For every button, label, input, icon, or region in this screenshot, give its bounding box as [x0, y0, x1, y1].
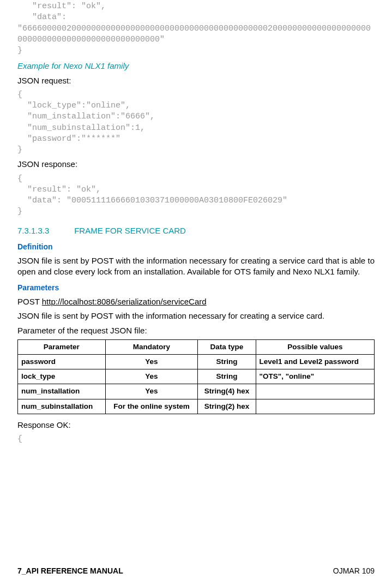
table-header-row: Parameter Mandatory Data type Possible v… [18, 339, 375, 354]
cell-mandatory: For the online system [105, 399, 198, 414]
code-block-top: "result": "ok", "data": "666600000200000… [17, 1, 375, 56]
cell-type: String(2) hex [198, 399, 256, 414]
col-mandatory: Mandatory [105, 339, 198, 354]
cell-mandatory: Yes [105, 369, 198, 384]
post-body: JSON file is sent by POST with the infor… [17, 311, 375, 321]
table-row: num_installation Yes String(4) hex [18, 384, 375, 399]
response-ok-label: Response OK: [17, 420, 375, 431]
code-block-request: { "lock_type":"online", "num_installatio… [17, 89, 375, 156]
footer-left: 7_API REFERENCE MANUAL [17, 566, 123, 576]
json-response-label: JSON response: [17, 159, 375, 170]
col-possible: Possible values [256, 339, 374, 354]
parameters-heading: Parameters [17, 283, 375, 293]
cell-mandatory: Yes [105, 384, 198, 399]
cell-possible: Level1 and Level2 password [256, 355, 374, 369]
cell-param: num_subinstallation [18, 399, 106, 414]
footer-right: OJMAR 109 [333, 566, 375, 576]
example-nexo-heading: Example for Nexo NLX1 family [17, 61, 375, 71]
section-heading: 7.3.1.3.3 FRAME FOR SERVICE CARD [17, 225, 375, 236]
col-parameter: Parameter [18, 339, 106, 354]
post-url: http://localhost:8086/serialization/serv… [42, 297, 207, 306]
post-prefix: POST [17, 297, 42, 306]
post-line: POST http://localhost:8086/serialization… [17, 296, 375, 307]
parameters-table: Parameter Mandatory Data type Possible v… [17, 339, 375, 414]
section-number: 7.3.1.3.3 [17, 225, 72, 236]
cell-type: String(4) hex [198, 384, 256, 399]
section-title: FRAME FOR SERVICE CARD [74, 226, 186, 235]
document-page: "result": "ok", "data": "666600000200000… [0, 1, 392, 585]
table-row: num_subinstallation For the online syste… [18, 399, 375, 414]
table-row: password Yes String Level1 and Level2 pa… [18, 355, 375, 369]
cell-param: num_installation [18, 384, 106, 399]
cell-type: String [198, 369, 256, 384]
col-datatype: Data type [198, 339, 256, 354]
cell-param: password [18, 355, 106, 369]
code-block-brace: { [17, 434, 375, 445]
param-intro: Parameter of the request JSON file: [17, 325, 375, 336]
table-row: lock_type Yes String "OTS", "online" [18, 369, 375, 384]
definition-body: JSON file is sent by POST with the infor… [17, 255, 375, 278]
definition-heading: Definition [17, 242, 375, 252]
cell-type: String [198, 355, 256, 369]
cell-possible: "OTS", "online" [256, 369, 374, 384]
code-block-response: { "result": "ok", "data": "0005111166660… [17, 174, 375, 218]
cell-mandatory: Yes [105, 355, 198, 369]
cell-possible [256, 399, 374, 414]
page-footer: 7_API REFERENCE MANUAL OJMAR 109 [17, 566, 375, 576]
cell-param: lock_type [18, 369, 106, 384]
cell-possible [256, 384, 374, 399]
json-request-label: JSON request: [17, 75, 375, 86]
